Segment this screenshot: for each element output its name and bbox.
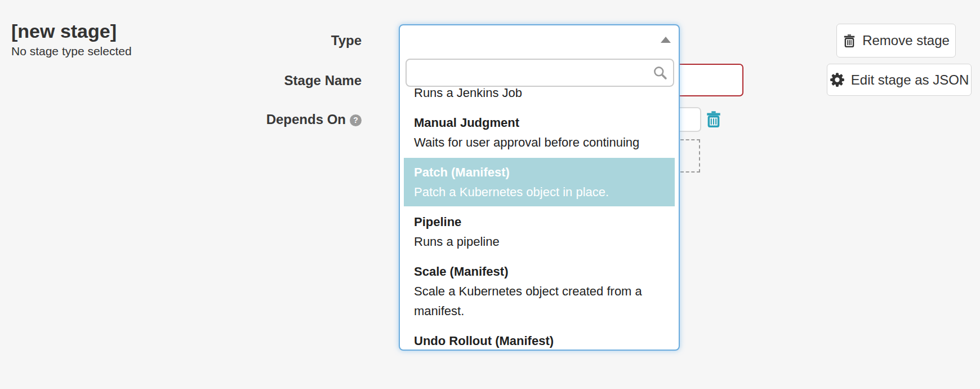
type-select-dropdown: Runs a Jenkins Job Manual Judgment Waits… — [399, 24, 680, 351]
depends-on-label: Depends On? — [214, 111, 362, 128]
caret-up-icon[interactable] — [661, 37, 671, 43]
help-icon[interactable]: ? — [350, 114, 362, 126]
option-title: Patch (Manifest) — [414, 162, 665, 182]
type-option-undo-rollout-manifest[interactable]: Undo Rollout (Manifest) — [404, 326, 675, 348]
trash-icon — [705, 110, 722, 128]
remove-stage-label: Remove stage — [862, 33, 950, 48]
type-option-scale-manifest[interactable]: Scale (Manifest) Scale a Kubernetes obje… — [404, 257, 675, 325]
type-options-list: Runs a Jenkins Job Manual Judgment Waits… — [400, 89, 679, 348]
type-option-patch-manifest[interactable]: Patch (Manifest) Patch a Kubernetes obje… — [404, 158, 675, 206]
pipeline-stage-config: [new stage] No stage type selected Type … — [0, 0, 980, 389]
option-title: Pipeline — [414, 212, 665, 232]
stage-subtitle: No stage type selected — [11, 44, 132, 59]
stage-name-label: Stage Name — [214, 72, 362, 89]
remove-stage-button[interactable]: Remove stage — [836, 24, 956, 58]
option-description: Scale a Kubernetes object created from a… — [414, 281, 665, 321]
option-title: Undo Rollout (Manifest) — [414, 331, 665, 348]
option-title: Scale (Manifest) — [414, 262, 665, 281]
type-option-jenkins[interactable]: Runs a Jenkins Job — [404, 89, 675, 107]
depends-on-label-text: Depends On — [266, 112, 346, 127]
type-option-pipeline[interactable]: Pipeline Runs a pipeline — [404, 207, 675, 256]
option-description: Patch a Kubernetes object in place. — [414, 182, 665, 202]
edit-stage-json-label: Edit stage as JSON — [851, 72, 969, 88]
option-description: Runs a pipeline — [414, 232, 665, 251]
trash-icon — [843, 33, 856, 48]
edit-stage-json-button[interactable]: Edit stage as JSON — [827, 64, 972, 96]
gear-icon — [830, 72, 845, 87]
option-description: Waits for user approval before continuin… — [414, 132, 665, 152]
stage-header: [new stage] No stage type selected — [11, 19, 132, 59]
page-title: [new stage] — [11, 19, 132, 43]
option-title: Manual Judgment — [414, 113, 665, 132]
option-description: Runs a Jenkins Job — [414, 89, 665, 103]
type-option-manual-judgment[interactable]: Manual Judgment Waits for user approval … — [404, 108, 675, 157]
type-label: Type — [214, 32, 362, 49]
type-search-input[interactable] — [406, 59, 674, 87]
type-search-wrap — [406, 59, 674, 87]
depends-on-remove-button[interactable] — [705, 110, 722, 128]
